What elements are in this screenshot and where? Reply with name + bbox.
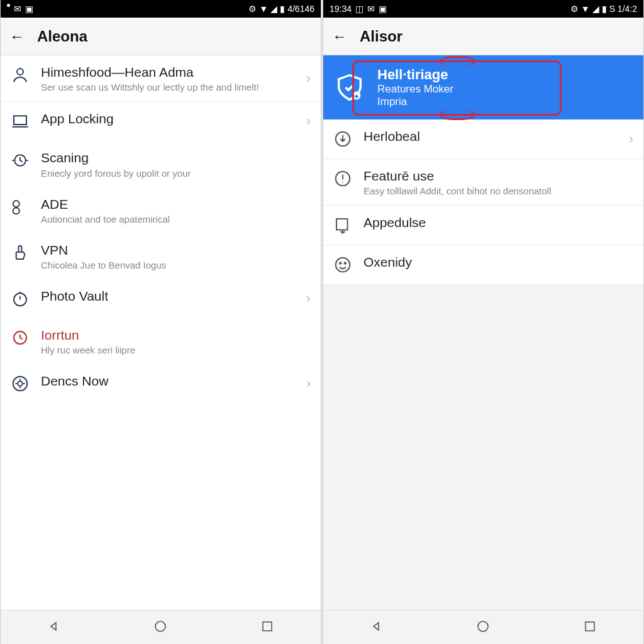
- status-bar: 19:34 ◫ ✉ ▣ ⚙ ▼ ◢ ▮ S 1/4:2: [323, 0, 643, 18]
- item-title: Scaning: [41, 150, 311, 166]
- item-iorrtun[interactable]: Iorrtun Hly ruc week seri liipre: [1, 318, 321, 364]
- signal-icon: ◫: [355, 4, 364, 14]
- item-title: App Locking: [41, 111, 296, 127]
- banner-title: Hell·tiriage: [377, 67, 453, 83]
- item-title: Oxenidy: [364, 254, 633, 270]
- item-feature-use[interactable]: Featurē use Easy tolllawil Addit, cont b…: [323, 159, 643, 206]
- mail-icon: ✉: [14, 4, 21, 14]
- thumb-icon: [9, 242, 31, 264]
- page-title: Alisor: [360, 28, 402, 45]
- app-bar: ← Aleona: [1, 18, 321, 55]
- settings-list: Himeshfood—Hean Adma Ser use scan us Wit…: [1, 55, 321, 610]
- laptop-icon: [9, 111, 31, 132]
- settings-list: Hell·tiriage Reatures Moker Impria Herlo…: [323, 55, 643, 610]
- signal-icon: ◢: [592, 4, 599, 14]
- item-title: VPN: [41, 242, 311, 258]
- item-ade[interactable]: ADE Autionciat and toe apatemirical: [1, 187, 321, 233]
- item-subtitle: Ser use scan us Wittshly our lectly up t…: [41, 82, 296, 92]
- nav-home-icon[interactable]: [475, 619, 491, 636]
- svg-point-0: [17, 69, 23, 75]
- shield-check-icon: [333, 71, 366, 104]
- svg-rect-10: [263, 622, 272, 631]
- svg-point-16: [340, 263, 341, 265]
- item-title: Iorrtun: [41, 327, 311, 343]
- item-app-locking[interactable]: App Locking ›: [1, 102, 321, 141]
- status-dot-icon: [7, 4, 10, 7]
- svg-rect-14: [336, 219, 348, 230]
- chevron-right-icon: ›: [629, 131, 633, 147]
- svg-rect-1: [14, 116, 26, 125]
- svg-point-4: [13, 208, 19, 214]
- clock-scan-icon: [9, 150, 31, 171]
- chevron-right-icon: ›: [306, 113, 311, 130]
- svg-point-18: [478, 621, 488, 631]
- note-icon: ▣: [25, 4, 33, 14]
- net-icon: ⚙: [570, 4, 579, 14]
- alert-circle-icon: [332, 168, 353, 189]
- nav-back-icon[interactable]: [47, 619, 62, 636]
- nav-back-icon[interactable]: [369, 619, 384, 636]
- timer-icon: [9, 288, 31, 309]
- wifi-icon: ▼: [259, 4, 268, 14]
- item-title: Himeshfood—Hean Adma: [41, 64, 296, 80]
- item-dencs-now[interactable]: Dencs Now ›: [1, 364, 321, 403]
- battery-icon: ▮: [280, 4, 285, 14]
- svg-point-17: [345, 263, 347, 265]
- chevron-right-icon: ›: [306, 70, 311, 87]
- item-vpn[interactable]: VPN Chicolea Jue to Benvad Iogus: [1, 233, 321, 279]
- back-button[interactable]: ←: [332, 28, 347, 45]
- chevron-right-icon: ›: [306, 291, 311, 307]
- status-right-text: 4/6146: [287, 4, 314, 14]
- chevron-right-icon: ›: [306, 375, 311, 392]
- svg-rect-19: [586, 622, 594, 631]
- svg-point-7: [13, 377, 28, 391]
- page-title: Aleona: [37, 28, 87, 45]
- svg-point-9: [155, 621, 165, 631]
- battery-icon: ▮: [602, 4, 607, 14]
- status-right-text: S 1/4:2: [609, 4, 637, 14]
- mail-icon: ✉: [367, 4, 375, 14]
- back-button[interactable]: ←: [9, 28, 25, 45]
- item-subtitle: Hly ruc week seri liipre: [41, 345, 311, 355]
- item-photo-vault[interactable]: Photo Vault ›: [1, 279, 321, 318]
- svg-point-3: [13, 201, 19, 207]
- item-title: Featurē use: [364, 168, 633, 184]
- banner-sub2: Impria: [377, 96, 453, 108]
- wifi-icon: ▼: [581, 4, 590, 14]
- nav-bar: [1, 610, 321, 644]
- banner-sub1: Reatures Moker: [377, 83, 453, 96]
- svg-point-15: [336, 258, 350, 272]
- download-circle-icon: [332, 128, 353, 150]
- nav-bar: [323, 610, 643, 644]
- item-herlobeal[interactable]: Herlobeal ›: [323, 119, 643, 159]
- user-icon: [9, 64, 31, 86]
- nav-home-icon[interactable]: [153, 619, 168, 636]
- item-scanning[interactable]: Scaning Eniecly yord forous by upolit or…: [1, 141, 321, 187]
- item-himeshfood[interactable]: Himeshfood—Hean Adma Ser use scan us Wit…: [1, 55, 321, 102]
- gear-circle-icon: [9, 373, 31, 394]
- feature-banner[interactable]: Hell·tiriage Reatures Moker Impria: [323, 55, 643, 119]
- status-bar: ✉ ▣ ⚙ ▼ ◢ ▮ 4/6146: [1, 0, 321, 18]
- svg-point-8: [18, 382, 23, 387]
- item-title: Herlobeal: [364, 128, 619, 145]
- item-subtitle: Easy tolllawil Addit, cont bihot no dens…: [364, 186, 633, 196]
- emoji-icon: [332, 254, 353, 275]
- app-bar: ← Alisor: [323, 18, 643, 55]
- signal-icon: ◢: [270, 4, 277, 14]
- net-icon: ⚙: [248, 4, 257, 14]
- nav-recent-icon[interactable]: [582, 619, 597, 636]
- glasses-icon: [9, 196, 31, 218]
- note-icon: ▣: [379, 4, 387, 14]
- item-subtitle: Autionciat and toe apatemirical: [41, 214, 311, 225]
- item-title: Dencs Now: [41, 373, 296, 389]
- item-title: Appedulse: [364, 214, 633, 231]
- item-title: Photo Vault: [41, 288, 296, 304]
- export-icon: [332, 214, 353, 236]
- item-title: ADE: [41, 196, 311, 213]
- clock-red-icon: [9, 327, 31, 348]
- item-subtitle: Chicolea Jue to Benvad Iogus: [41, 260, 311, 270]
- item-appedulse[interactable]: Appedulse: [323, 206, 643, 245]
- item-oxenidy[interactable]: Oxenidy: [323, 245, 643, 285]
- nav-recent-icon[interactable]: [260, 619, 275, 636]
- item-subtitle: Eniecly yord forous by upolit or your: [41, 168, 311, 179]
